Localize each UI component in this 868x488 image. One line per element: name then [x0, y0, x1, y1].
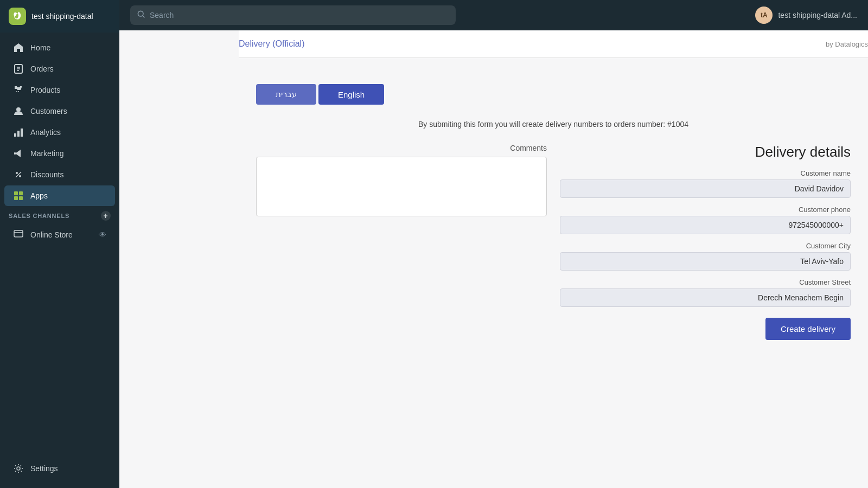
- language-buttons: עברית English: [256, 84, 851, 105]
- add-sales-channel-button[interactable]: +: [101, 211, 111, 221]
- topbar: tA test shipping-datal Ad...: [119, 0, 868, 30]
- sidebar-item-customers[interactable]: Customers: [4, 101, 115, 121]
- settings-label: Settings: [30, 464, 58, 473]
- comments-label: Comments: [256, 144, 547, 152]
- online-store-left: Online Store: [13, 228, 73, 241]
- svg-rect-7: [21, 129, 23, 137]
- svg-point-10: [19, 175, 21, 177]
- customer-name-group: Customer name David Davidov: [560, 169, 851, 198]
- customer-street-label: Customer Street: [560, 278, 851, 286]
- svg-rect-13: [19, 191, 23, 195]
- sidebar-item-label: Customers: [30, 107, 67, 115]
- form-grid: Comments Delivery details Customer name …: [256, 144, 851, 340]
- comments-textarea[interactable]: [256, 157, 547, 216]
- sidebar-item-products[interactable]: Products: [4, 80, 115, 100]
- sidebar-item-label: Discounts: [30, 170, 63, 179]
- sidebar-header: test shipping-datal: [0, 0, 119, 33]
- sidebar-item-label: Analytics: [30, 128, 61, 137]
- page-title-link[interactable]: Official: [276, 39, 302, 48]
- analytics-icon: [13, 127, 24, 138]
- sidebar-item-analytics[interactable]: Analytics: [4, 122, 115, 143]
- svg-rect-5: [14, 133, 16, 137]
- sidebar-item-online-store[interactable]: Online Store 👁: [4, 223, 115, 246]
- page-title-prefix: Delivery (: [239, 39, 276, 48]
- customer-city-group: Customer City Tel Aviv-Yafo: [560, 242, 851, 271]
- delivery-details-section: Delivery details Customer name David Dav…: [560, 144, 851, 340]
- discounts-icon: [13, 169, 24, 180]
- create-delivery-button[interactable]: Create delivery: [765, 318, 851, 340]
- svg-point-9: [16, 172, 18, 174]
- info-text: By submiting this form you will create d…: [256, 120, 851, 129]
- apps-icon: [13, 190, 24, 201]
- svg-point-4: [16, 107, 21, 112]
- sidebar-item-label: Orders: [30, 65, 54, 73]
- products-icon: [13, 85, 24, 95]
- customers-icon: [13, 106, 24, 117]
- svg-rect-8: [14, 152, 16, 155]
- sidebar: test shipping-datal Home Orders Products…: [0, 0, 119, 488]
- delivery-details-title: Delivery details: [560, 144, 851, 160]
- marketing-icon: [13, 148, 24, 159]
- page-title-suffix: ): [302, 39, 304, 48]
- customer-phone-value: 972545000000+: [560, 216, 851, 234]
- svg-rect-14: [14, 196, 18, 200]
- svg-rect-12: [14, 191, 18, 195]
- online-store-label: Online Store: [30, 230, 73, 239]
- page-title: Delivery (Official): [239, 39, 305, 49]
- svg-point-19: [138, 11, 143, 16]
- sidebar-item-label: Marketing: [30, 149, 63, 158]
- svg-line-20: [143, 16, 145, 18]
- home-icon: [13, 42, 24, 53]
- sidebar-item-label: Apps: [30, 191, 48, 200]
- sidebar-nav: Home Orders Products Customers Analytics: [0, 33, 119, 453]
- online-store-icon: [13, 228, 24, 241]
- content-area: עברית English By submiting this form you…: [239, 58, 868, 366]
- topbar-store-name: test shipping-datal Ad...: [778, 11, 857, 20]
- english-button[interactable]: English: [318, 84, 384, 105]
- orders-icon: [13, 63, 24, 74]
- customer-phone-label: Customer phone: [560, 206, 851, 214]
- svg-rect-15: [19, 196, 23, 200]
- customer-phone-group: Customer phone 972545000000+: [560, 206, 851, 234]
- customer-city-label: Customer City: [560, 242, 851, 250]
- store-name-label: test shipping-datal: [31, 12, 93, 21]
- by-label: by Datalogics: [826, 40, 868, 48]
- svg-point-18: [17, 467, 20, 470]
- sidebar-item-marketing[interactable]: Marketing: [4, 143, 115, 164]
- eye-icon: 👁: [99, 230, 106, 239]
- sales-channels-section: SALES CHANNELS +: [0, 207, 119, 223]
- sidebar-item-discounts[interactable]: Discounts: [4, 164, 115, 185]
- sidebar-item-home[interactable]: Home: [4, 37, 115, 58]
- customer-name-value: David Davidov: [560, 179, 851, 198]
- customer-street-value: Derech Menachem Begin: [560, 288, 851, 307]
- sidebar-item-apps[interactable]: Apps: [4, 185, 115, 206]
- customer-city-value: Tel Aviv-Yafo: [560, 252, 851, 271]
- sidebar-item-settings[interactable]: Settings: [4, 458, 115, 479]
- search-icon: [137, 10, 145, 21]
- svg-rect-16: [14, 230, 23, 237]
- topbar-right: tA test shipping-datal Ad...: [755, 7, 857, 24]
- hebrew-button[interactable]: עברית: [256, 84, 316, 105]
- sidebar-footer: Settings: [0, 453, 119, 488]
- search-bar[interactable]: [130, 5, 456, 25]
- customer-name-label: Customer name: [560, 169, 851, 177]
- page-header: Delivery (Official) by Datalogics: [239, 30, 868, 58]
- search-input[interactable]: [150, 11, 449, 20]
- comments-section: Comments: [256, 144, 547, 219]
- inner-content: עברית English By submiting this form you…: [256, 71, 851, 353]
- shopify-logo: [9, 8, 26, 25]
- settings-icon: [13, 463, 24, 474]
- sidebar-item-label: Products: [30, 86, 60, 94]
- sidebar-item-orders[interactable]: Orders: [4, 59, 115, 79]
- svg-rect-6: [17, 131, 20, 137]
- avatar: tA: [755, 7, 773, 24]
- sidebar-item-label: Home: [30, 43, 50, 52]
- customer-street-group: Customer Street Derech Menachem Begin: [560, 278, 851, 307]
- main-content: Delivery (Official) by Datalogics עברית …: [239, 30, 868, 488]
